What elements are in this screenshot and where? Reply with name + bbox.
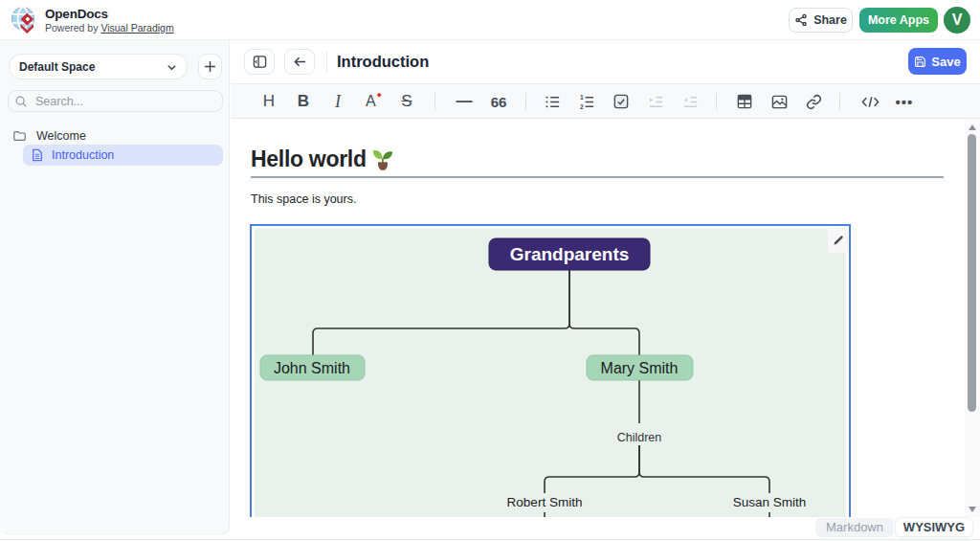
svg-text:Mary Smith: Mary Smith [601, 360, 679, 376]
svg-text:John Smith: John Smith [274, 360, 350, 376]
svg-text:Grandparents: Grandparents [510, 244, 630, 264]
svg-text:2: 2 [579, 102, 583, 109]
svg-text:1: 1 [579, 94, 583, 101]
svg-text:Robert Smith: Robert Smith [507, 495, 583, 509]
svg-text:Children: Children [617, 431, 662, 444]
svg-text:Susan Smith: Susan Smith [733, 495, 807, 509]
